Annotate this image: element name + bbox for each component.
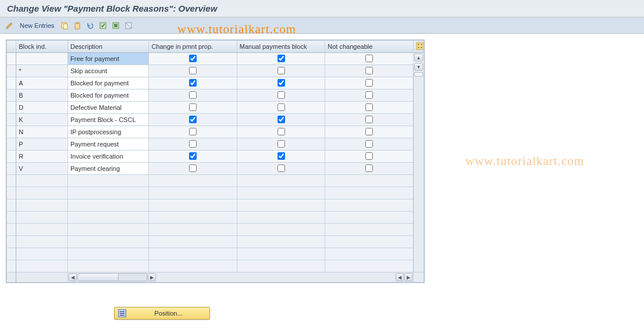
- empty-row: [7, 224, 424, 236]
- svg-rect-13: [421, 46, 422, 48]
- row-selector[interactable]: [7, 163, 16, 175]
- description-cell[interactable]: Free for payment: [70, 55, 146, 62]
- row-selector[interactable]: [7, 248, 16, 260]
- position-icon: [118, 309, 126, 317]
- select-block-icon[interactable]: [111, 21, 120, 30]
- change-pmnt-checkbox[interactable]: [189, 128, 197, 135]
- description-cell[interactable]: Blocked for payment: [70, 80, 146, 87]
- not-changeable-checkbox[interactable]: [365, 128, 373, 135]
- column-not-changeable[interactable]: Not changeable: [325, 41, 413, 53]
- row-selector[interactable]: [7, 224, 16, 236]
- manual-block-checkbox[interactable]: [277, 128, 285, 135]
- scroll-right-end-icon[interactable]: ▶: [404, 273, 412, 281]
- row-selector[interactable]: [7, 151, 16, 163]
- row-selector[interactable]: [7, 212, 16, 224]
- not-changeable-checkbox[interactable]: [365, 67, 373, 74]
- scroll-right-icon[interactable]: ▶: [148, 273, 156, 281]
- position-button-label: Position...: [131, 310, 206, 317]
- column-block-ind[interactable]: Block ind.: [16, 41, 68, 53]
- row-selector[interactable]: [7, 114, 16, 126]
- change-pmnt-checkbox[interactable]: [189, 67, 197, 74]
- change-pmnt-checkbox[interactable]: [189, 79, 197, 87]
- description-cell[interactable]: Payment Block - CSCL: [70, 116, 146, 123]
- manual-block-checkbox[interactable]: [277, 79, 285, 87]
- block-indicator-input[interactable]: [19, 102, 65, 113]
- block-indicator-input[interactable]: [19, 78, 65, 89]
- toolbar: New Entries: [0, 17, 644, 34]
- change-pmnt-checkbox[interactable]: [189, 55, 197, 62]
- manual-block-checkbox[interactable]: [277, 164, 285, 172]
- scroll-left-end-icon[interactable]: ◀: [396, 273, 404, 281]
- description-cell[interactable]: IP postprocessing: [70, 128, 146, 135]
- deselect-all-icon[interactable]: [124, 21, 133, 30]
- change-pmnt-checkbox[interactable]: [189, 164, 197, 172]
- manual-block-checkbox[interactable]: [277, 67, 285, 74]
- not-changeable-checkbox[interactable]: [365, 140, 373, 148]
- row-selector[interactable]: [7, 199, 16, 212]
- manual-block-checkbox[interactable]: [277, 103, 285, 111]
- position-button[interactable]: Position...: [114, 307, 210, 320]
- column-manual-block[interactable]: Manual payments block: [237, 41, 325, 53]
- block-indicator-input[interactable]: [19, 90, 65, 101]
- empty-row: [7, 175, 424, 187]
- block-indicator-input[interactable]: [19, 114, 65, 126]
- svg-rect-3: [76, 23, 79, 24]
- column-change-pmnt[interactable]: Change in pmnt prop.: [149, 41, 237, 53]
- description-cell[interactable]: Blocked for payment: [70, 92, 146, 99]
- row-selector[interactable]: [7, 65, 16, 77]
- delete-icon[interactable]: [73, 21, 82, 30]
- row-selector[interactable]: [7, 53, 16, 65]
- not-changeable-checkbox[interactable]: [365, 103, 373, 111]
- scroll-left-icon[interactable]: ◀: [69, 273, 77, 281]
- column-description[interactable]: Description: [68, 41, 149, 53]
- not-changeable-checkbox[interactable]: [365, 116, 373, 123]
- payment-block-table: Block ind. Description Change in pmnt pr…: [6, 40, 425, 283]
- undo-icon[interactable]: [86, 21, 95, 30]
- description-cell[interactable]: Invoice verification: [70, 153, 146, 160]
- manual-block-checkbox[interactable]: [277, 116, 285, 123]
- block-indicator-input[interactable]: [19, 127, 65, 138]
- manual-block-checkbox[interactable]: [277, 55, 285, 62]
- copy-icon[interactable]: [60, 21, 69, 30]
- block-indicator-input[interactable]: [19, 151, 65, 162]
- change-pmnt-checkbox[interactable]: [189, 140, 197, 148]
- row-selector[interactable]: [7, 89, 16, 102]
- description-cell[interactable]: Defective Material: [70, 104, 146, 111]
- scroll-down-icon[interactable]: ▼: [414, 63, 423, 71]
- block-indicator-input[interactable]: [19, 66, 65, 77]
- block-indicator-input[interactable]: [19, 53, 65, 65]
- change-pmnt-checkbox[interactable]: [189, 91, 197, 99]
- row-selector[interactable]: [7, 77, 16, 89]
- change-pmnt-checkbox[interactable]: [189, 103, 197, 111]
- select-all-icon[interactable]: [98, 21, 108, 30]
- horizontal-scrollbar-row: ◀▶◀▶: [7, 273, 424, 282]
- row-selector[interactable]: [7, 187, 16, 199]
- change-display-icon[interactable]: [5, 21, 14, 30]
- scroll-up-icon[interactable]: ▲: [414, 53, 423, 62]
- row-selector[interactable]: [7, 260, 16, 273]
- block-indicator-input[interactable]: [19, 163, 65, 174]
- description-cell[interactable]: Payment clearing: [70, 165, 146, 172]
- change-pmnt-checkbox[interactable]: [189, 116, 197, 123]
- change-pmnt-checkbox[interactable]: [189, 152, 197, 160]
- row-selector[interactable]: [7, 126, 16, 138]
- manual-block-checkbox[interactable]: [277, 152, 285, 160]
- new-entries-button[interactable]: New Entries: [17, 22, 56, 29]
- description-cell[interactable]: Skip account: [70, 67, 146, 74]
- block-indicator-input[interactable]: [19, 139, 65, 150]
- not-changeable-checkbox[interactable]: [365, 152, 373, 160]
- not-changeable-checkbox[interactable]: [365, 55, 373, 62]
- table-settings-button[interactable]: [413, 41, 424, 53]
- vertical-scrollbar[interactable]: ▲▼: [413, 53, 424, 273]
- not-changeable-checkbox[interactable]: [365, 91, 373, 99]
- manual-block-checkbox[interactable]: [277, 91, 285, 99]
- row-selector[interactable]: [7, 175, 16, 187]
- not-changeable-checkbox[interactable]: [365, 164, 373, 172]
- select-all-column[interactable]: [7, 41, 16, 53]
- description-cell[interactable]: Payment request: [70, 141, 146, 148]
- row-selector[interactable]: [7, 102, 16, 114]
- row-selector[interactable]: [7, 236, 16, 248]
- manual-block-checkbox[interactable]: [277, 140, 285, 148]
- row-selector[interactable]: [7, 138, 16, 151]
- not-changeable-checkbox[interactable]: [365, 79, 373, 87]
